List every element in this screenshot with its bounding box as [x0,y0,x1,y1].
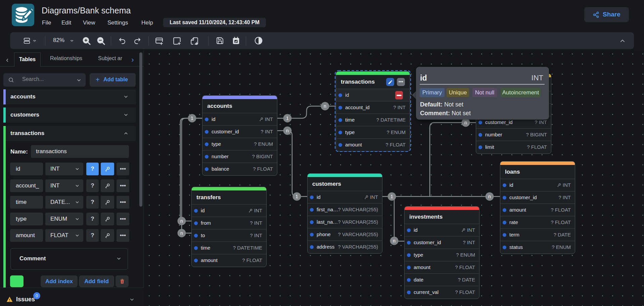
svg-text:n: n [324,103,326,109]
svg-text:1: 1 [191,116,193,121]
svg-text:1: 1 [390,194,393,199]
svg-text:n: n [488,194,491,199]
svg-text:n: n [180,218,183,224]
svg-text:1: 1 [295,194,298,199]
svg-text:n: n [286,128,289,133]
svg-text:n: n [464,120,467,125]
svg-text:1: 1 [286,116,289,121]
svg-text:n: n [180,230,183,236]
svg-text:n: n [393,238,396,244]
